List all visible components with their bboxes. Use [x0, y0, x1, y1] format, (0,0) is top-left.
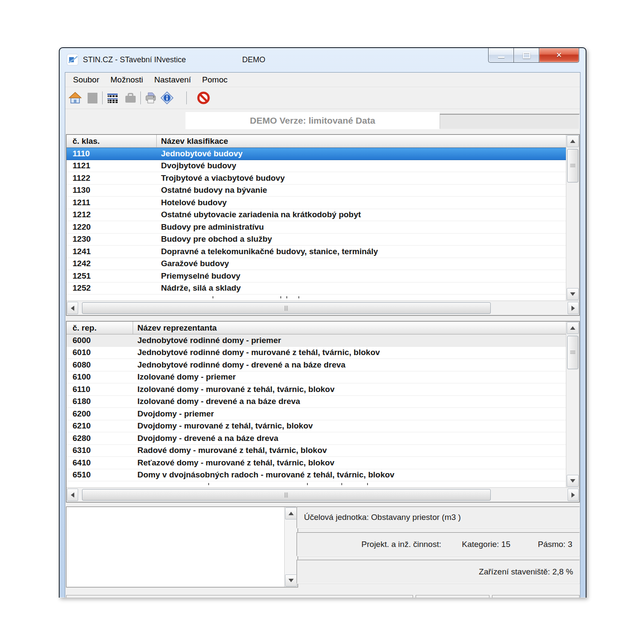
- table-row[interactable]: 1122Trojbytové a viacbytové budovy: [67, 172, 566, 185]
- toolbar-separator: [140, 91, 141, 104]
- briefcase-icon[interactable]: [123, 91, 138, 105]
- row-name: Trojbytové a viacbytové budovy: [157, 173, 285, 183]
- partial-row: [67, 295, 566, 300]
- row-code: 6280: [67, 434, 133, 443]
- table-row[interactable]: 6180Izolované domy - drevené a na báze d…: [67, 396, 566, 408]
- toolbar-separator: [102, 91, 103, 104]
- table-row[interactable]: 6310Radové domy - murované z tehál, tvár…: [67, 445, 566, 457]
- table-row[interactable]: 1121Dvojbytové budovy: [67, 160, 566, 173]
- site-info-box: Zařízení staveniště: 2,8 %: [297, 560, 580, 583]
- table-row[interactable]: 6200Dvojdomy - priemer: [67, 408, 566, 420]
- scrollbar-thumb[interactable]: [82, 489, 491, 501]
- row-name: Radové domy - murované z tehál, tvárnic,…: [133, 446, 327, 455]
- scrollbar-thumb[interactable]: [82, 302, 491, 314]
- menu-pomoc[interactable]: Pomoc: [202, 75, 228, 85]
- table-row[interactable]: 6280Dvojdomy - drevené a na báze dreva: [67, 432, 566, 445]
- table-row[interactable]: 1241Dopravné a telekomunikačné budovy, s…: [67, 246, 566, 258]
- row-name: Reťazové domy - murované z tehál, tvárni…: [133, 458, 334, 468]
- table-row[interactable]: 1230Budovy pre obchod a služby: [67, 234, 566, 246]
- vertical-scrollbar[interactable]: [284, 507, 298, 587]
- scrollbar-thumb[interactable]: [567, 336, 578, 369]
- row-name: Jednobytové rodinné domy - priemer: [133, 336, 281, 345]
- table-row[interactable]: 1252Nádrže, silá a sklady: [67, 283, 566, 295]
- table-row[interactable]: 1110Jednobytové budovy: [67, 148, 566, 160]
- row-code: 6510: [67, 470, 133, 480]
- representative-table-body: 6000Jednobytové rodinné domy - priemer60…: [67, 334, 566, 481]
- window-title: STIN.CZ - STavební INvestice: [83, 55, 186, 64]
- document-icon[interactable]: [85, 91, 100, 105]
- table-row[interactable]: 6110Izolované domy - murované z tehál, t…: [67, 383, 566, 396]
- bottom-button-stub: [492, 595, 580, 598]
- row-name: Dvojdomy - drevené a na báze dreva: [133, 434, 278, 443]
- horizontal-scrollbar[interactable]: [67, 301, 579, 315]
- table-row[interactable]: 1242Garažové budovy: [67, 258, 566, 270]
- desktop: STIN.CZ - STavební INvestice DEMO ✕ Soub…: [0, 0, 644, 644]
- scroll-down-button[interactable]: [567, 288, 579, 300]
- table-row[interactable]: 1212Ostatné ubytovacie zariadenia na krá…: [67, 209, 566, 222]
- menu-bar: Soubor Možnosti Nastavení Pomoc: [65, 73, 580, 87]
- column-header-code: č. rep.: [67, 322, 133, 334]
- row-name: Ostatné budovy na bývanie: [157, 185, 267, 195]
- scroll-down-button[interactable]: [567, 475, 579, 487]
- minimize-button[interactable]: [488, 48, 513, 63]
- table-row[interactable]: 1211Hotelové budovy: [67, 197, 566, 209]
- table-row[interactable]: 6410Reťazové domy - murované z tehál, tv…: [67, 457, 566, 469]
- unit-info-box: Účelová jednotka: Obstavany priestor (m3…: [297, 507, 580, 528]
- close-icon: ✕: [556, 51, 562, 60]
- horizontal-scrollbar[interactable]: [67, 487, 579, 502]
- title-bar: STIN.CZ - STavební INvestice DEMO ✕: [60, 48, 586, 72]
- info-icon[interactable]: [160, 91, 174, 105]
- table-row[interactable]: 6100Izolované domy - priemer: [67, 371, 566, 384]
- scroll-up-button[interactable]: [567, 135, 579, 147]
- table-icon[interactable]: [105, 91, 120, 105]
- vertical-scrollbar[interactable]: [566, 322, 579, 487]
- table-row[interactable]: 6010Jednobytové rodinné domy - murované …: [67, 347, 566, 359]
- table-row[interactable]: 6510Domy v dvojnásobných radoch - murova…: [67, 469, 566, 482]
- scrollbar-thumb[interactable]: [567, 149, 578, 182]
- representative-table-header: č. rep. Název reprezentanta: [67, 322, 566, 334]
- row-code: 6110: [67, 385, 133, 394]
- minimize-icon: [498, 57, 504, 58]
- banner-side-panel: [440, 114, 580, 129]
- maximize-icon: [523, 52, 530, 58]
- menu-soubor[interactable]: Soubor: [73, 75, 99, 85]
- menu-nastaveni[interactable]: Nastavení: [154, 75, 191, 85]
- window-controls: ✕: [488, 48, 579, 63]
- scroll-right-button[interactable]: [568, 302, 579, 314]
- row-code: 6180: [67, 397, 133, 406]
- table-row[interactable]: 6210Dvojdomy - murované z tehál, tvárnic…: [67, 420, 566, 433]
- scroll-right-button[interactable]: [568, 489, 579, 501]
- row-code: 1212: [67, 210, 157, 219]
- table-row[interactable]: 6000Jednobytové rodinné domy - priemer: [67, 334, 566, 347]
- scroll-left-button[interactable]: [67, 489, 78, 501]
- row-code: 6310: [67, 446, 133, 455]
- scroll-up-button[interactable]: [567, 322, 579, 334]
- row-code: 1211: [67, 198, 157, 207]
- scroll-left-button[interactable]: [67, 302, 78, 314]
- vertical-scrollbar[interactable]: [566, 135, 579, 301]
- maximize-button[interactable]: [513, 48, 539, 63]
- scroll-up-button[interactable]: [285, 507, 297, 519]
- menu-moznosti[interactable]: Možnosti: [110, 75, 143, 85]
- row-code: 1122: [67, 173, 157, 183]
- table-row[interactable]: 6080Jednobytové rodinné domy - drevené a…: [67, 359, 566, 371]
- row-name: Izolované domy - murované z tehál, tvárn…: [133, 385, 334, 394]
- scroll-down-button[interactable]: [285, 574, 297, 586]
- close-button[interactable]: ✕: [539, 48, 579, 63]
- row-code: 1121: [67, 161, 157, 170]
- row-name: Izolované domy - drevené a na báze dreva: [133, 397, 300, 406]
- cancel-icon[interactable]: [196, 91, 211, 105]
- table-row[interactable]: 1251Priemyselné budovy: [67, 270, 566, 283]
- notes-textarea[interactable]: [66, 507, 298, 587]
- home-icon[interactable]: [68, 91, 82, 105]
- print-icon[interactable]: [143, 91, 158, 105]
- column-header-code: č. klas.: [67, 135, 157, 147]
- row-code: 6080: [67, 360, 133, 370]
- table-row[interactable]: 1130Ostatné budovy na bývanie: [67, 185, 566, 197]
- row-name: Hotelové budovy: [157, 198, 227, 207]
- table-row[interactable]: 1220Budovy pre administratívu: [67, 221, 566, 234]
- row-name: Nádrže, silá a sklady: [157, 283, 241, 293]
- row-name: Dvojdomy - priemer: [133, 409, 214, 419]
- band-label: Pásmo: 3: [538, 540, 572, 549]
- row-name: Budovy pre obchod a služby: [157, 234, 272, 244]
